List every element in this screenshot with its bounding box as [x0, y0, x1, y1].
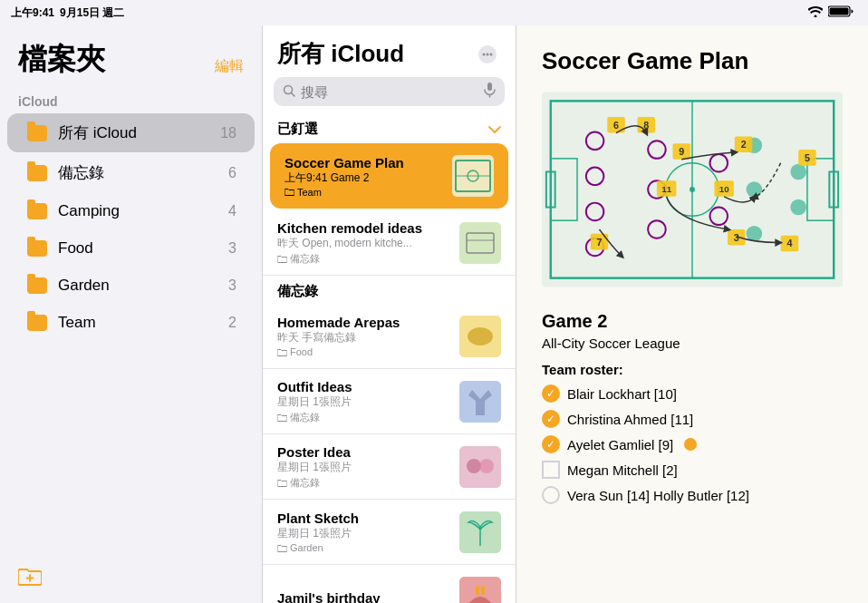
check-icon-0: ✓: [542, 384, 560, 403]
sidebar-item-notes[interactable]: 備忘錄 6: [7, 153, 255, 192]
sidebar-item-label: Garden: [58, 277, 228, 295]
pinned-chevron-icon[interactable]: [488, 122, 501, 138]
svg-point-7: [490, 53, 493, 55]
note-thumbnail-poster: [459, 446, 501, 488]
roster-label: Team roster:: [542, 362, 843, 377]
search-icon: [283, 84, 295, 100]
svg-point-5: [483, 53, 486, 55]
player-name-1: Christina Ahmed [11]: [567, 412, 693, 427]
status-time: 上午9:41: [11, 5, 54, 21]
note-content-poster: Poster Idea 星期日 1張照片 備忘錄: [277, 444, 450, 490]
svg-rect-28: [481, 586, 485, 595]
status-time-date: 上午9:41 9月15日 週二: [11, 5, 124, 21]
roster-item-0: ✓ Blair Lockhart [10]: [542, 384, 843, 403]
note-title: Plant Sketch: [277, 511, 450, 526]
note-content-birthday: Jamil's birthday: [277, 590, 450, 604]
svg-text:7: 7: [596, 237, 602, 248]
note-item-poster[interactable]: Poster Idea 星期日 1張照片 備忘錄: [263, 434, 516, 500]
sidebar-footer: [0, 556, 262, 603]
sidebar-items: 所有 iCloud 18 備忘錄 6 Camping 4: [0, 112, 262, 342]
note-folder-label: Team: [297, 187, 322, 198]
more-options-button[interactable]: [474, 41, 501, 68]
sidebar-item-count: 4: [228, 203, 236, 219]
note-content-kitchen: Kitchen remodel ideas 昨天 Open, modern ki…: [277, 220, 450, 266]
svg-text:10: 10: [719, 184, 729, 194]
note-thumbnail-arepas: [459, 316, 501, 357]
note-meta: 星期日 1張照片: [277, 460, 450, 475]
sidebar-item-count: 3: [228, 277, 236, 294]
player-name-2: Ayelet Gamliel [9]: [567, 437, 673, 452]
sidebar-item-camping[interactable]: Camping 4: [7, 193, 255, 229]
sidebar-header: 檔案夾 編輯: [0, 25, 262, 87]
mic-icon[interactable]: [484, 83, 496, 101]
sidebar-item-team[interactable]: Team 2: [7, 305, 255, 341]
note-item-arepas[interactable]: Homemade Arepas 昨天 手寫備忘錄 Food: [263, 304, 516, 369]
sidebar-item-label: 所有 iCloud: [58, 122, 220, 143]
svg-text:4: 4: [786, 238, 792, 248]
sidebar-item-label: 備忘錄: [58, 162, 228, 183]
note-folder-label: 備忘錄: [290, 476, 320, 490]
svg-point-51: [790, 199, 806, 216]
roster-item-1: ✓ Christina Ahmed [11]: [542, 410, 843, 428]
sidebar-item-all-icloud[interactable]: 所有 iCloud 18: [7, 113, 255, 152]
new-folder-button[interactable]: [18, 567, 42, 592]
roster-list: ✓ Blair Lockhart [10] ✓ Christina Ahmed …: [542, 384, 843, 504]
player-name-3: Megan Mitchell [2]: [567, 462, 678, 478]
notes-list-title: 所有 iCloud: [277, 38, 404, 70]
sidebar-item-label: Camping: [58, 202, 228, 220]
note-folder-label: Food: [290, 346, 313, 357]
note-thumbnail-plant: [459, 511, 501, 553]
folder-icon-all: [25, 124, 49, 142]
sidebar-item-food[interactable]: Food 3: [7, 230, 255, 267]
note-title: Soccer Game Plan: [285, 155, 443, 170]
folder-icon-camping: [25, 202, 49, 220]
battery-icon: [828, 5, 854, 20]
note-meta: 昨天 手寫備忘錄: [277, 330, 450, 345]
svg-rect-27: [476, 586, 479, 595]
sidebar-item-count: 2: [228, 315, 236, 331]
svg-text:11: 11: [661, 184, 671, 194]
folder-icon-garden: [25, 277, 49, 295]
note-folder: Food: [277, 346, 450, 357]
note-meta: 星期日 1張照片: [277, 394, 450, 410]
sidebar-item-garden[interactable]: Garden 3: [7, 267, 255, 304]
note-item-outfit[interactable]: Outfit Ideas 星期日 1張照片 備忘錄: [263, 369, 516, 434]
note-folder: 備忘錄: [277, 252, 450, 266]
wifi-icon: [808, 6, 823, 20]
sidebar: 檔案夾 編輯 iCloud 所有 iCloud 18 備忘錄 6: [0, 25, 263, 603]
note-content-outfit: Outfit Ideas 星期日 1張照片 備忘錄: [277, 379, 450, 424]
game-title: Game 2: [542, 311, 843, 332]
note-title: Jamil's birthday: [277, 590, 450, 604]
status-indicators: [808, 5, 854, 20]
note-detail-panel: Soccer Game Plan: [516, 25, 868, 603]
sidebar-item-label: Food: [58, 239, 228, 258]
note-title: Poster Idea: [277, 444, 450, 460]
search-input[interactable]: [301, 84, 478, 100]
svg-line-9: [292, 92, 295, 96]
note-item-soccer[interactable]: Soccer Game Plan 上午9:41 Game 2 Team: [270, 143, 508, 209]
sidebar-section-label: iCloud: [0, 87, 262, 112]
folder-icon-team: [25, 314, 49, 332]
note-item-birthday[interactable]: Jamil's birthday: [263, 565, 516, 603]
note-item-kitchen[interactable]: Kitchen remodel ideas 昨天 Open, modern ki…: [263, 210, 516, 276]
search-bar[interactable]: [274, 77, 505, 106]
note-thumbnail-birthday: [459, 577, 501, 603]
edit-button[interactable]: 編輯: [215, 57, 244, 80]
sidebar-item-count: 3: [228, 240, 236, 257]
folder-icon-notes: [25, 164, 49, 182]
league-name: All-City Soccer League: [542, 336, 843, 351]
check-icon-2: ✓: [542, 435, 560, 453]
note-thumbnail-soccer: [452, 155, 494, 197]
note-detail-title: Soccer Game Plan: [542, 47, 843, 75]
svg-rect-1: [830, 8, 849, 15]
note-thumbnail-outfit: [459, 381, 501, 423]
note-item-plant[interactable]: Plant Sketch 星期日 1張照片 Garden: [263, 500, 516, 565]
note-folder: Garden: [277, 542, 450, 553]
note-content-arepas: Homemade Arepas 昨天 手寫備忘錄 Food: [277, 315, 450, 357]
folder-icon-food: [25, 239, 49, 258]
note-content-plant: Plant Sketch 星期日 1張照片 Garden: [277, 511, 450, 553]
note-title: Homemade Arepas: [277, 315, 450, 330]
check-icon-1: ✓: [542, 410, 560, 428]
note-folder-label: Garden: [290, 542, 323, 553]
roster-item-4: Vera Sun [14] Holly Butler [12]: [542, 486, 843, 504]
